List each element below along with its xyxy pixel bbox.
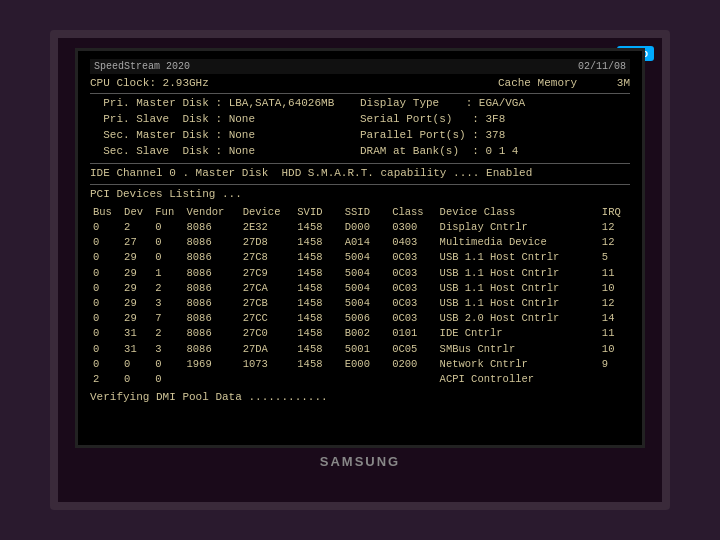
- pci-cell-6-4: 27CC: [240, 311, 295, 326]
- pci-title: PCI Devices Listing ...: [90, 187, 630, 203]
- right-value-2: : 378: [472, 129, 505, 141]
- pci-cell-2-7: 0C03: [389, 250, 436, 265]
- pci-cell-6-3: 8086: [183, 311, 239, 326]
- pci-col-irq: IRQ: [599, 205, 630, 220]
- pci-cell-10-7: [389, 372, 436, 387]
- pci-cell-9-4: 1073: [240, 357, 295, 372]
- pci-cell-5-4: 27CB: [240, 296, 295, 311]
- pci-cell-7-2: 2: [152, 326, 183, 341]
- disk-label-3: Sec. Slave Disk: [103, 145, 209, 157]
- pci-table: Bus Dev Fun Vendor Device SVID SSID Clas…: [90, 205, 630, 388]
- pci-cell-5-6: 5004: [342, 296, 389, 311]
- pci-cell-9-6: E000: [342, 357, 389, 372]
- pci-row-5: 0293808627CB145850040C03USB 1.1 Host Cnt…: [90, 296, 630, 311]
- right-label-3: DRAM at Bank(s): [360, 145, 459, 157]
- pci-col-dev: Dev: [121, 205, 152, 220]
- pci-cell-3-5: 1458: [294, 266, 341, 281]
- pci-cell-5-5: 1458: [294, 296, 341, 311]
- pci-cell-3-2: 1: [152, 266, 183, 281]
- pci-cell-1-3: 8086: [183, 235, 239, 250]
- pci-cell-3-8: USB 1.1 Host Cntrlr: [437, 266, 599, 281]
- disk-row-2: Sec. Master Disk : None Parallel Port(s)…: [90, 128, 630, 144]
- pci-cell-2-3: 8086: [183, 250, 239, 265]
- pci-cell-10-0: 2: [90, 372, 121, 387]
- pci-cell-8-8: SMBus Cntrlr: [437, 342, 599, 357]
- pci-row-4: 0292808627CA145850040C03USB 1.1 Host Cnt…: [90, 281, 630, 296]
- pci-cell-1-7: 0403: [389, 235, 436, 250]
- pci-col-fun: Fun: [152, 205, 183, 220]
- pci-cell-6-6: 5006: [342, 311, 389, 326]
- pci-cell-1-2: 0: [152, 235, 183, 250]
- pci-row-2: 0290808627C8145850040C03USB 1.1 Host Cnt…: [90, 250, 630, 265]
- pci-cell-2-9: 5: [599, 250, 630, 265]
- pci-cell-4-4: 27CA: [240, 281, 295, 296]
- cache-info: Cache Memory 3M: [498, 77, 630, 89]
- pci-cell-4-8: USB 1.1 Host Cntrlr: [437, 281, 599, 296]
- pci-cell-0-4: 2E32: [240, 220, 295, 235]
- pci-cell-2-1: 29: [121, 250, 152, 265]
- verifying-line: Verifying DMI Pool Data ............: [90, 390, 630, 406]
- pci-cell-10-1: 0: [121, 372, 152, 387]
- pci-cell-10-4: [240, 372, 295, 387]
- pci-cell-4-5: 1458: [294, 281, 341, 296]
- disk-row-1: Pri. Slave Disk : None Serial Port(s) : …: [90, 112, 630, 128]
- pci-cell-0-7: 0300: [389, 220, 436, 235]
- pci-cell-7-6: B002: [342, 326, 389, 341]
- pci-cell-8-6: 5001: [342, 342, 389, 357]
- pci-cell-10-3: [183, 372, 239, 387]
- pci-cell-5-7: 0C03: [389, 296, 436, 311]
- pci-cell-4-7: 0C03: [389, 281, 436, 296]
- pci-cell-5-0: 0: [90, 296, 121, 311]
- pci-cell-9-8: Network Cntrlr: [437, 357, 599, 372]
- disk-label-2: Sec. Master Disk: [103, 129, 209, 141]
- pci-cell-1-1: 27: [121, 235, 152, 250]
- monitor-frame: Avito SpeedStream 2020 02/11/08 CPU Cloc…: [50, 30, 670, 510]
- pci-cell-9-5: 1458: [294, 357, 341, 372]
- pci-cell-4-2: 2: [152, 281, 183, 296]
- pci-cell-7-5: 1458: [294, 326, 341, 341]
- pci-col-devclass: Device Class: [437, 205, 599, 220]
- pci-cell-1-8: Multimedia Device: [437, 235, 599, 250]
- pci-cell-6-7: 0C03: [389, 311, 436, 326]
- right-label-2: Parallel Port(s): [360, 129, 466, 141]
- cpu-clock: CPU Clock: 2.93GHz: [90, 77, 209, 89]
- bios-header-row: CPU Clock: 2.93GHz Cache Memory 3M: [90, 77, 630, 89]
- pci-cell-9-9: 9: [599, 357, 630, 372]
- pci-cell-10-6: [342, 372, 389, 387]
- pci-cell-4-0: 0: [90, 281, 121, 296]
- pci-cell-10-5: [294, 372, 341, 387]
- pci-col-device: Device: [240, 205, 295, 220]
- pci-cell-8-7: 0C05: [389, 342, 436, 357]
- top-bar: SpeedStream 2020 02/11/08: [90, 59, 630, 74]
- pci-cell-0-0: 0: [90, 220, 121, 235]
- pci-cell-5-9: 12: [599, 296, 630, 311]
- ide-line: IDE Channel 0 . Master Disk HDD S.M.A.R.…: [90, 166, 630, 182]
- pci-cell-0-9: 12: [599, 220, 630, 235]
- pci-cell-10-9: [599, 372, 630, 387]
- pci-cell-3-3: 8086: [183, 266, 239, 281]
- pci-cell-0-1: 2: [121, 220, 152, 235]
- pci-cell-8-0: 0: [90, 342, 121, 357]
- pci-row-8: 0313808627DA145850010C05SMBus Cntrlr10: [90, 342, 630, 357]
- monitor-brand: SAMSUNG: [320, 454, 400, 469]
- pci-cell-7-0: 0: [90, 326, 121, 341]
- right-label-0: Display Type: [360, 97, 439, 109]
- monitor-screen: SpeedStream 2020 02/11/08 CPU Clock: 2.9…: [75, 48, 645, 448]
- pci-cell-9-7: 0200: [389, 357, 436, 372]
- pci-cell-5-2: 3: [152, 296, 183, 311]
- right-value-0: : EGA/VGA: [466, 97, 525, 109]
- pci-cell-7-3: 8086: [183, 326, 239, 341]
- pci-cell-4-9: 10: [599, 281, 630, 296]
- pci-cell-4-6: 5004: [342, 281, 389, 296]
- right-value-3: : 0 1 4: [472, 145, 518, 157]
- pci-cell-1-4: 27D8: [240, 235, 295, 250]
- pci-row-6: 0297808627CC145850060C03USB 2.0 Host Cnt…: [90, 311, 630, 326]
- pci-cell-5-8: USB 1.1 Host Cntrlr: [437, 296, 599, 311]
- pci-cell-0-2: 0: [152, 220, 183, 235]
- pci-cell-8-1: 31: [121, 342, 152, 357]
- right-label-1: Serial Port(s): [360, 113, 452, 125]
- pci-cell-3-1: 29: [121, 266, 152, 281]
- pci-row-7: 0312808627C01458B0020101IDE Cntrlr11: [90, 326, 630, 341]
- pci-cell-8-9: 10: [599, 342, 630, 357]
- disk-value-1: : None: [215, 113, 255, 125]
